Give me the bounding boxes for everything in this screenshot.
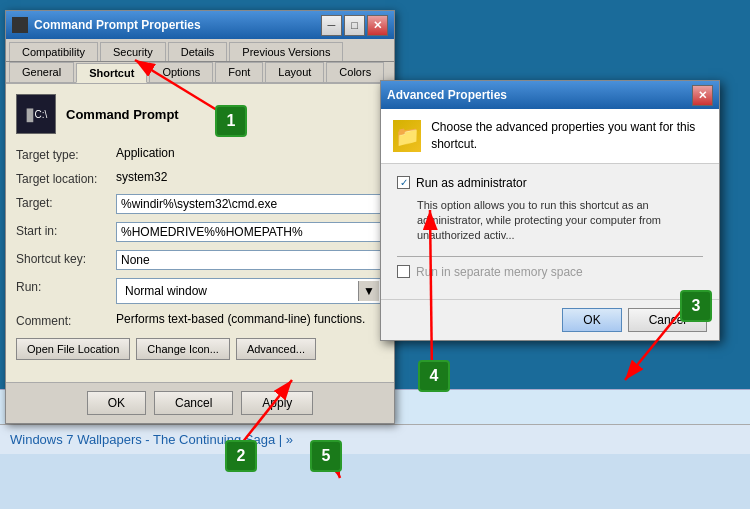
annotation-3: 3 (680, 290, 712, 322)
target-location-value: system32 (116, 170, 167, 184)
tab-security[interactable]: Security (100, 42, 166, 61)
program-icon: ▮ C:\ (16, 94, 56, 134)
target-row: Target: (16, 194, 384, 214)
annotation-2: 2 (225, 440, 257, 472)
tab-previous-versions[interactable]: Previous Versions (229, 42, 343, 61)
tab-font[interactable]: Font (215, 62, 263, 82)
minimize-button[interactable]: ─ (321, 15, 342, 36)
tab-layout[interactable]: Layout (265, 62, 324, 82)
main-dialog: Command Prompt Properties ─ □ ✕ Compatib… (5, 10, 395, 424)
tab-compatibility[interactable]: Compatibility (9, 42, 98, 61)
ok-button[interactable]: OK (87, 391, 146, 415)
adv-footer: OK Cancel (381, 299, 719, 340)
cmd-icon (12, 17, 28, 33)
maximize-button[interactable]: □ (344, 15, 365, 36)
icon-name-row: ▮ C:\ Command Prompt (16, 94, 384, 134)
adv-header-icon: 📁 (393, 120, 421, 152)
run-as-admin-checkbox[interactable] (397, 176, 410, 189)
target-type-label: Target type: (16, 146, 116, 162)
dialog-content: ▮ C:\ Command Prompt Target type: Applic… (6, 84, 394, 382)
close-button[interactable]: ✕ (367, 15, 388, 36)
tab-options[interactable]: Options (149, 62, 213, 82)
shortcut-key-label: Shortcut key: (16, 250, 116, 266)
comment-label: Comment: (16, 312, 116, 328)
run-select-arrow[interactable]: ▼ (358, 281, 379, 301)
adv-dialog-title: Advanced Properties (387, 88, 507, 102)
annotation-1: 1 (215, 105, 247, 137)
cancel-button[interactable]: Cancel (154, 391, 233, 415)
bottom-buttons: Open File Location Change Icon... Advanc… (16, 338, 384, 360)
change-icon-button[interactable]: Change Icon... (136, 338, 230, 360)
advanced-button[interactable]: Advanced... (236, 338, 316, 360)
main-dialog-titlebar: Command Prompt Properties ─ □ ✕ (6, 11, 394, 39)
tabs-row2: General Shortcut Options Font Layout Col… (6, 62, 394, 84)
separator (397, 256, 703, 257)
advanced-dialog: Advanced Properties ✕ 📁 Choose the advan… (380, 80, 720, 341)
tab-general[interactable]: General (9, 62, 74, 82)
adv-ok-button[interactable]: OK (562, 308, 621, 332)
run-label: Run: (16, 278, 116, 294)
start-in-row: Start in: (16, 222, 384, 242)
run-as-admin-label: Run as administrator (416, 176, 527, 190)
target-type-value: Application (116, 146, 175, 160)
dialog-footer: OK Cancel Apply (6, 382, 394, 423)
adv-header-text: Choose the advanced properties you want … (431, 119, 707, 153)
separate-memory-label: Run in separate memory space (416, 265, 583, 279)
target-location-label: Target location: (16, 170, 116, 186)
target-type-row: Target type: Application (16, 146, 384, 162)
target-location-row: Target location: system32 (16, 170, 384, 186)
shortcut-key-row: Shortcut key: (16, 250, 384, 270)
run-as-admin-desc: This option allows you to run this short… (417, 198, 703, 244)
tabs-row1: Compatibility Security Details Previous … (6, 39, 394, 62)
comment-row: Comment: Performs text-based (command-li… (16, 312, 384, 328)
tab-shortcut[interactable]: Shortcut (76, 63, 147, 83)
forum-link-bar: Windows 7 Wallpapers - The Continuing Sa… (0, 424, 750, 454)
titlebar-controls: ─ □ ✕ (321, 15, 388, 36)
separate-memory-checkbox[interactable] (397, 265, 410, 278)
run-select-value: Normal window (121, 282, 358, 300)
start-in-input[interactable] (116, 222, 384, 242)
apply-button[interactable]: Apply (241, 391, 313, 415)
target-input[interactable] (116, 194, 384, 214)
start-in-label: Start in: (16, 222, 116, 238)
comment-value: Performs text-based (command-line) funct… (116, 312, 365, 326)
shortcut-key-input[interactable] (116, 250, 384, 270)
adv-close-button[interactable]: ✕ (692, 85, 713, 106)
tab-colors[interactable]: Colors (326, 62, 384, 82)
separate-memory-row: Run in separate memory space (397, 265, 703, 279)
adv-content: Run as administrator This option allows … (381, 164, 719, 299)
adv-header: 📁 Choose the advanced properties you wan… (381, 109, 719, 164)
annotation-4: 4 (418, 360, 450, 392)
run-as-admin-row: Run as administrator (397, 176, 703, 190)
main-dialog-title: Command Prompt Properties (34, 18, 201, 32)
target-label: Target: (16, 194, 116, 210)
adv-dialog-titlebar: Advanced Properties ✕ (381, 81, 719, 109)
run-row: Run: Normal window ▼ (16, 278, 384, 304)
open-file-location-button[interactable]: Open File Location (16, 338, 130, 360)
program-name: Command Prompt (66, 107, 179, 122)
annotation-5: 5 (310, 440, 342, 472)
tab-details[interactable]: Details (168, 42, 228, 61)
